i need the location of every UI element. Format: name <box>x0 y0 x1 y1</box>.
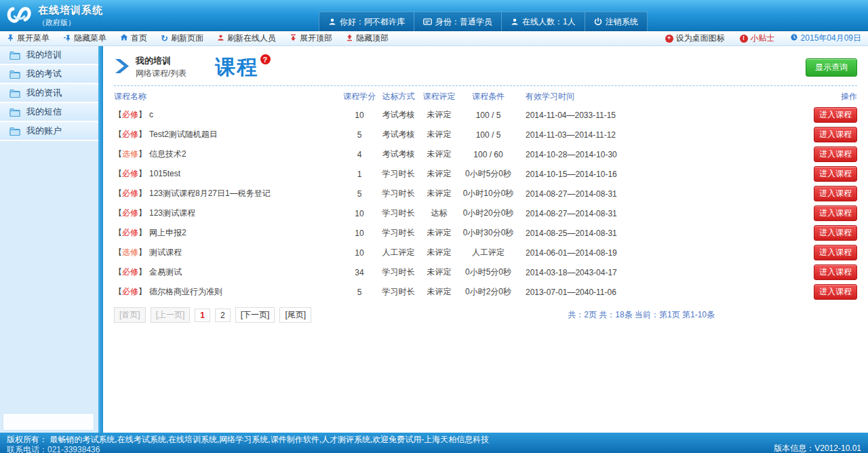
footer-secondary-text: 联系电话：021-33938436 <box>7 445 861 453</box>
enter-course-button[interactable]: 进入课程 <box>814 225 857 241</box>
refresh-page-button[interactable]: ↻ 刷新页面 <box>161 33 203 44</box>
course-rating: 未评定 <box>420 247 458 258</box>
enter-course-button[interactable]: 进入课程 <box>814 284 857 300</box>
enter-course-button[interactable]: 进入课程 <box>814 166 857 182</box>
page-first-button[interactable]: [首页] <box>114 307 146 323</box>
course-table-body: 【必修】c 10 考试考核 未评定 100 / 5 2014-11-04—203… <box>114 105 857 302</box>
sidebar-item-exams[interactable]: 我的考试 <box>0 65 98 84</box>
course-credit: 10 <box>342 111 376 120</box>
course-method: 学习时长 <box>376 188 420 199</box>
page-2-button[interactable]: 2 <box>215 309 231 322</box>
course-table-row: 【必修】123测试课程 10 学习时长 达标 0小时20分0秒 2014-08-… <box>114 203 857 223</box>
sidebar-item-news[interactable]: 我的资讯 <box>0 84 98 103</box>
enter-course-button[interactable]: 进入课程 <box>814 146 857 162</box>
arrow-down-bar-icon <box>290 34 297 43</box>
page-root: 在线培训系统 （政府版） 你好：阿不都许库 身份：普通学员 在线人数：1人 注销… <box>0 0 868 453</box>
expand-menu-button[interactable]: 展开菜单 <box>7 33 50 44</box>
logout-button[interactable]: 注销系统 <box>585 12 647 31</box>
course-method: 学习时长 <box>376 227 420 239</box>
sidebar-item-label: 我的培训 <box>26 49 62 61</box>
header-rating: 课程评定 <box>420 91 458 102</box>
course-type-badge: 【必修】 <box>114 208 146 218</box>
sidebar-item-training[interactable]: 我的培训 <box>0 46 98 65</box>
page-next-button[interactable]: [下一页] <box>235 307 275 323</box>
version-info: 版本信息：V2012-10.01 <box>774 443 861 453</box>
expand-top-button[interactable]: 展开顶部 <box>290 33 332 44</box>
enter-course-button[interactable]: 进入课程 <box>814 245 857 260</box>
expand-menu-label: 展开菜单 <box>17 33 50 44</box>
page-1-button[interactable]: 1 <box>195 309 210 322</box>
plus-circle-icon: + <box>665 35 673 43</box>
course-method: 考试考核 <box>376 109 420 121</box>
tips-button[interactable]: ! 小贴士 <box>740 33 775 44</box>
breadcrumb-path: 网络课程/列表 <box>136 68 186 79</box>
header-action: 操作 <box>814 91 857 102</box>
header-method: 达标方式 <box>376 91 420 102</box>
person-icon <box>328 18 336 26</box>
course-method: 考试考核 <box>376 129 420 140</box>
page-last-button[interactable]: [尾页] <box>279 307 311 323</box>
refresh-online-label: 刷新在线人员 <box>227 33 276 44</box>
title-separator <box>114 85 857 86</box>
course-name: 信息技术2 <box>149 149 186 159</box>
enter-course-button[interactable]: 进入课程 <box>814 186 857 201</box>
course-name: 测试课程 <box>149 248 182 257</box>
online-count: 在线人数：1人 <box>502 12 585 31</box>
set-desktop-icon-button[interactable]: + 设为桌面图标 <box>665 33 725 44</box>
enter-course-button[interactable]: 进入课程 <box>814 264 857 280</box>
sidebar-item-account[interactable]: 我的账户 <box>0 122 98 141</box>
folder-icon <box>9 127 20 136</box>
course-method: 学习时长 <box>376 168 420 180</box>
course-rating: 未评定 <box>420 286 458 298</box>
folder-icon <box>9 51 20 60</box>
sidebar-item-messages[interactable]: 我的短信 <box>0 103 98 122</box>
sidebar-divider <box>98 46 103 433</box>
logout-label: 注销系统 <box>606 16 638 28</box>
course-table-header: 课程名称 课程学分 达标方式 课程评定 课程条件 有效学习时间 操作 <box>114 87 857 105</box>
enter-course-button[interactable]: 进入课程 <box>814 107 857 123</box>
enter-course-button[interactable]: 进入课程 <box>814 127 857 142</box>
course-table-row: 【必修】1015test 1 学习时长 未评定 0小时5分0秒 2014-10-… <box>114 164 857 184</box>
app-subtitle: （政府版） <box>38 18 103 28</box>
course-condition: 0小时5分0秒 <box>458 168 519 180</box>
home-button[interactable]: 首页 <box>120 33 147 44</box>
hide-top-button[interactable]: 隐藏顶部 <box>346 33 389 44</box>
course-condition: 0小时5分0秒 <box>458 267 519 278</box>
pagination-summary: 共：2页 共：18条 当前：第1页 第1-10条 <box>568 309 857 321</box>
user-strip: 你好：阿不都许库 身份：普通学员 在线人数：1人 注销系统 <box>319 12 648 31</box>
tips-label: 小贴士 <box>751 33 775 44</box>
page-prev-button[interactable]: [上一页] <box>151 307 191 323</box>
course-rating: 未评定 <box>420 109 458 121</box>
sidebar: 我的培训 我的考试 我的资讯 我的短信 我的账户 <box>0 46 98 433</box>
refresh-online-button[interactable]: 刷新在线人员 <box>217 33 276 44</box>
course-valid-time: 2014-08-25—2014-08-31 <box>519 229 658 238</box>
course-method: 考试考核 <box>376 149 420 160</box>
enter-course-button[interactable]: 进入课程 <box>814 205 857 221</box>
show-query-button[interactable]: 显示查询 <box>806 58 857 77</box>
course-type-badge: 【必修】 <box>114 228 146 237</box>
course-type-badge: 【必修】 <box>114 287 146 296</box>
course-type-badge: 【必修】 <box>114 130 146 139</box>
clock-icon <box>790 33 798 43</box>
course-condition: 100 / 5 <box>458 111 519 120</box>
hide-menu-button[interactable]: 隐藏菜单 <box>63 33 106 44</box>
help-badge[interactable]: ? <box>260 54 271 64</box>
course-type-badge: 【必修】 <box>114 110 146 119</box>
online-count-label: 在线人数：1人 <box>522 16 576 28</box>
course-rating: 未评定 <box>420 188 458 199</box>
course-credit: 5 <box>342 189 376 199</box>
app-title: 在线培训系统 <box>38 4 103 17</box>
date-label: 2015年04月09日 <box>801 33 861 44</box>
course-rating: 未评定 <box>420 168 458 180</box>
sidebar-item-label: 我的资讯 <box>26 87 62 99</box>
course-method: 学习时长 <box>376 208 420 219</box>
toolbar: 展开菜单 隐藏菜单 首页 ↻ 刷新页面 刷新在线人员 展开顶部 隐藏顶部 + <box>0 31 868 46</box>
app-logo: 在线培训系统 （政府版） <box>5 2 103 29</box>
course-condition: 0小时20分0秒 <box>458 208 519 219</box>
course-condition: 0小时30分0秒 <box>458 227 519 239</box>
folder-icon <box>9 108 20 117</box>
course-credit: 5 <box>342 288 376 297</box>
online-person-icon <box>511 18 519 26</box>
refresh-icon: ↻ <box>161 35 168 43</box>
course-name: 网上申报2 <box>149 228 186 237</box>
